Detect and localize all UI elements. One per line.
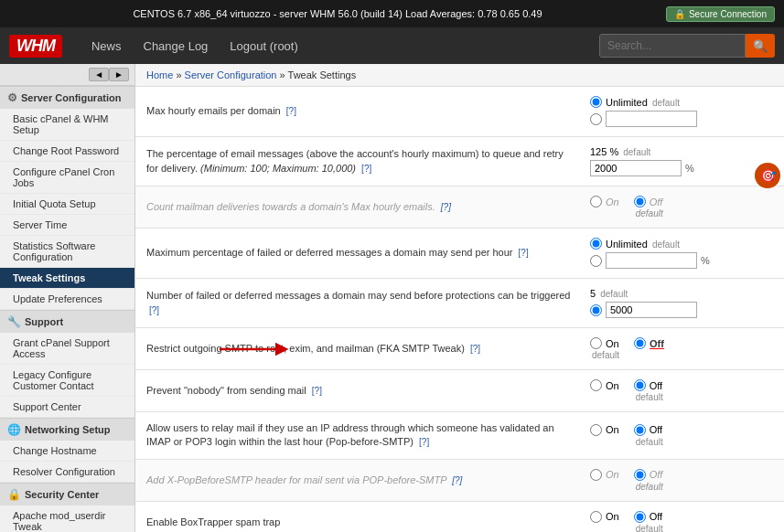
radio-custom-max-hourly[interactable] [590, 111, 777, 127]
prevent-nobody-off-input[interactable] [634, 379, 646, 391]
mailman-on-radio[interactable]: On [590, 196, 619, 207]
sidebar-item-basic-cpanel[interactable]: Basic cPanel & WHM Setup [0, 109, 134, 141]
content-area: Home » Server Configuration » Tweak Sett… [135, 64, 784, 532]
sidebar-item-mod-userdir[interactable]: Apache mod_userdir Tweak [0, 505, 134, 532]
failed-trigger-value-input[interactable] [606, 302, 697, 318]
failed-trigger-input[interactable] [590, 304, 602, 316]
radio-unlimited-max-hourly-input[interactable] [590, 96, 602, 108]
help-max-failed-pct[interactable]: [?] [519, 248, 529, 258]
breadcrumb-current: Tweak Settings [288, 69, 357, 80]
sidebar-item-cron-jobs[interactable]: Configure cPanel Cron Jobs [0, 162, 134, 194]
sidebar-item-customer-contact[interactable]: Legacy Configure Customer Contact [0, 365, 134, 397]
mailman-off-radio[interactable]: Off [634, 196, 663, 207]
help-prevent-nobody[interactable]: [?] [312, 386, 322, 396]
sidebar-section-networking[interactable]: 🌐 Networking Setup [0, 418, 134, 441]
search-input[interactable] [599, 34, 746, 58]
sidebar-item-stats[interactable]: Statistics Software Configuration [0, 236, 134, 268]
breadcrumb-sep1: » [176, 69, 184, 80]
failed-trigger-radio[interactable] [590, 302, 777, 318]
support-icon: 🔧 [7, 315, 21, 328]
sidebar-item-grant-support[interactable]: Grant cPanel Support Access [0, 333, 134, 365]
sidebar-section-support[interactable]: 🔧 Support [0, 310, 134, 333]
setting-control-max-hourly: Unlimited default [583, 92, 784, 131]
nav-logout[interactable]: Logout (root) [219, 27, 308, 64]
boxtrapper-off-radio[interactable]: Off [634, 511, 662, 523]
restrict-smtp-on-radio[interactable]: On [590, 337, 619, 349]
max-failed-custom-radio[interactable]: % [590, 252, 777, 269]
relay-imap-off-input[interactable] [634, 424, 646, 436]
restrict-smtp-on-input[interactable] [590, 337, 602, 349]
target-icon: 🎯 [755, 163, 780, 188]
max-failed-unlimited-radio[interactable]: Unlimited default [590, 238, 777, 250]
max-failed-unlimited-input[interactable] [590, 238, 602, 250]
sidebar-nav-left[interactable]: ◄ [89, 68, 109, 81]
mailman-on-label: On [606, 197, 619, 207]
sidebar-nav-right[interactable]: ► [109, 68, 129, 81]
prevent-nobody-on-label: On [606, 380, 619, 391]
boxtrapper-on-input[interactable] [590, 511, 602, 523]
nav-news[interactable]: News [81, 27, 133, 64]
top-bar: CENTOS 6.7 x86_64 virtuozzo - server WHM… [0, 0, 784, 27]
setting-control-boxtrapper: On Off default [583, 507, 784, 532]
help-relay-imap[interactable]: [?] [419, 437, 429, 447]
restrict-smtp-off-input[interactable] [634, 337, 646, 349]
help-xpopbeforesmtp[interactable]: [?] [452, 475, 462, 485]
radio-unlimited-max-hourly[interactable]: Unlimited default [590, 96, 777, 108]
setting-label-queue-pct: The percentage of email messages (above … [135, 144, 583, 179]
pct-input-row: % [590, 160, 777, 176]
relay-imap-on-radio[interactable]: On [590, 424, 619, 436]
prevent-nobody-off-col: Off default [634, 379, 663, 402]
help-max-hourly[interactable]: [?] [286, 106, 296, 116]
xpopbeforesmtp-off-radio[interactable]: Off [634, 469, 663, 481]
setting-control-xpopbeforesmtp: On Off default [583, 465, 784, 495]
restrict-smtp-off-label: Off [650, 338, 664, 349]
relay-imap-on-label: On [606, 424, 619, 435]
topbar-right: 🔒 Secure Connection [666, 6, 775, 22]
sidebar-item-quota[interactable]: Initial Quota Setup [0, 194, 134, 215]
help-failed-trigger[interactable]: [?] [149, 305, 159, 315]
navbar: WHM News Change Log Logout (root) 🔍 [0, 27, 784, 64]
sidebar-item-resolver[interactable]: Resolver Configuration [0, 462, 134, 483]
max-failed-pct-symbol: % [701, 255, 710, 266]
breadcrumb-home[interactable]: Home [146, 69, 173, 80]
sidebar-section-security[interactable]: 🔒 Security Center [0, 483, 134, 505]
relay-imap-on-input[interactable] [590, 424, 602, 436]
sidebar-item-hostname[interactable]: Change Hostname [0, 441, 134, 462]
sidebar-item-tweak-settings[interactable]: Tweak Settings [0, 268, 134, 289]
mailman-off-label: Off [650, 197, 663, 207]
help-mailman[interactable]: [?] [441, 202, 451, 212]
sidebar-item-support-center[interactable]: Support Center [0, 397, 134, 418]
relay-imap-off-radio[interactable]: Off [634, 424, 662, 436]
xpopbeforesmtp-on-input[interactable] [590, 469, 602, 481]
sidebar-section-server-config[interactable]: ⚙ Server Configuration [0, 86, 134, 109]
xpopbeforesmtp-off-input[interactable] [634, 469, 646, 481]
prevent-nobody-on-input[interactable] [590, 379, 602, 391]
xpopbeforesmtp-on-radio[interactable]: On [590, 469, 619, 481]
server-config-icon: ⚙ [7, 91, 17, 104]
nav-changelog[interactable]: Change Log [133, 27, 220, 64]
search-button[interactable]: 🔍 [746, 34, 775, 58]
xpopbeforesmtp-on-label: On [606, 469, 619, 480]
boxtrapper-off-input[interactable] [634, 511, 646, 523]
max-hourly-input[interactable] [606, 111, 697, 127]
prevent-nobody-on-radio[interactable]: On [590, 379, 619, 391]
setting-label-xpopbeforesmtp: Add X-PopBeforeSMTP header for mail sent… [135, 470, 583, 491]
help-restrict-smtp[interactable]: [?] [470, 344, 480, 354]
radio-custom-max-hourly-input[interactable] [590, 113, 602, 125]
help-queue-pct[interactable]: [?] [361, 164, 371, 174]
queue-pct-input[interactable] [590, 160, 682, 176]
prevent-nobody-off-radio[interactable]: Off [634, 379, 662, 391]
mailman-on-input[interactable] [590, 196, 602, 207]
restrict-smtp-off-radio[interactable]: Off [634, 337, 664, 349]
restrict-smtp-on-label: On [606, 338, 619, 349]
boxtrapper-on-radio[interactable]: On [590, 511, 619, 523]
max-failed-custom-input[interactable] [590, 255, 602, 267]
max-failed-pct-input[interactable] [606, 252, 697, 269]
sidebar-item-server-time[interactable]: Server Time [0, 215, 134, 236]
breadcrumb-server-config[interactable]: Server Configuration [185, 69, 277, 80]
xpopbeforesmtp-on-col: On [590, 469, 619, 492]
sidebar-item-change-root[interactable]: Change Root Password [0, 141, 134, 162]
mailman-off-input[interactable] [634, 196, 646, 207]
sidebar-item-update-prefs[interactable]: Update Preferences [0, 289, 134, 310]
secure-label: Secure Connection [689, 9, 767, 19]
